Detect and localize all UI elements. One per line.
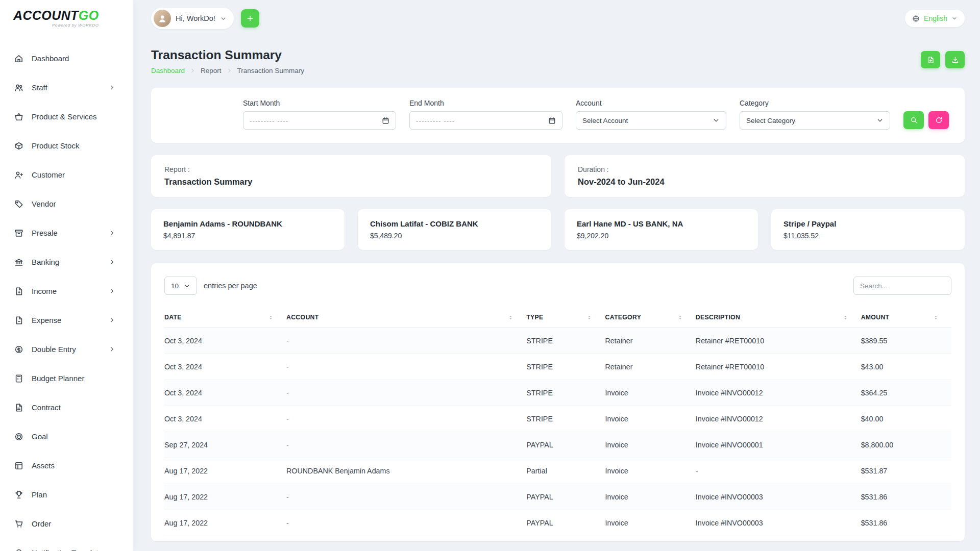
page-head: Transaction Summary Dashboard Report Tra…: [151, 48, 965, 74]
sidebar-item-contract[interactable]: Contract: [0, 393, 133, 422]
table-search-input[interactable]: [853, 277, 951, 295]
sidebar-item-product-stock[interactable]: Product Stock: [0, 131, 133, 160]
column-header-category[interactable]: CATEGORY: [605, 307, 695, 328]
table-row: Sep 27, 2024-PAYPALInvoiceInvoice #INVO0…: [164, 432, 951, 458]
box-icon: [14, 141, 23, 151]
plus-icon: [246, 14, 254, 22]
sidebar-item-expense[interactable]: Expense: [0, 306, 133, 335]
table-cell: $43.00: [861, 354, 951, 380]
add-button[interactable]: [241, 9, 259, 28]
download-icon: [951, 56, 959, 64]
table-cell: -: [286, 406, 526, 432]
sidebar-item-label: Income: [32, 287, 57, 295]
chevron-right-icon: [109, 84, 115, 91]
calculator-icon: [14, 374, 23, 383]
breadcrumb-dashboard[interactable]: Dashboard: [151, 67, 185, 74]
table-cell: Retainer #RET00010: [696, 354, 861, 380]
reset-filter-button[interactable]: [928, 111, 949, 129]
account-summary-row: Benjamin Adams - ROUNDBANK$4,891.87Chiso…: [151, 209, 965, 250]
export-file-button[interactable]: [921, 51, 940, 68]
download-button[interactable]: [945, 51, 965, 68]
table-cell: $531.86: [861, 510, 951, 536]
calendar-icon: [382, 117, 389, 124]
table-cell: Aug 17, 2022: [164, 458, 286, 484]
grid-icon: [14, 461, 23, 470]
column-header-description[interactable]: DESCRIPTION: [696, 307, 861, 328]
sidebar-item-presale[interactable]: Presale: [0, 218, 133, 247]
chevron-right-icon: [109, 346, 115, 353]
sidebar-item-banking[interactable]: Banking: [0, 247, 133, 277]
sidebar-item-vendor[interactable]: Vendor: [0, 189, 133, 218]
table-cell: Oct 3, 2024: [164, 328, 286, 354]
file-plus-icon: [14, 287, 23, 296]
end-month-field: End Month --------- ----: [409, 99, 562, 130]
language-selector[interactable]: English: [905, 10, 965, 27]
sidebar-item-label: Banking: [32, 258, 59, 266]
table-cell: Partial: [526, 458, 605, 484]
end-month-input[interactable]: --------- ----: [409, 111, 562, 130]
chevron-right-icon: [227, 68, 232, 73]
column-header-amount[interactable]: AMOUNT: [861, 307, 951, 328]
chevron-right-icon: [109, 288, 115, 294]
breadcrumb: Dashboard Report Transaction Summary: [151, 67, 304, 74]
entries-per-page-select[interactable]: 10: [164, 277, 197, 295]
sidebar-item-staff[interactable]: Staff: [0, 73, 133, 102]
sidebar-item-notification-template[interactable]: Notification Template: [0, 538, 133, 551]
start-month-input[interactable]: --------- ----: [243, 111, 396, 130]
page-content: Transaction Summary Dashboard Report Tra…: [133, 37, 980, 551]
report-info-row: Report : Transaction Summary Duration : …: [151, 155, 965, 197]
table-cell: $40.00: [861, 406, 951, 432]
sidebar-item-assets[interactable]: Assets: [0, 451, 133, 480]
column-header-type[interactable]: TYPE: [526, 307, 605, 328]
file-export-icon: [927, 56, 935, 64]
transactions-table-card: 10 entries per page DATEACCOUNTTYPECATEG…: [151, 263, 965, 541]
sidebar-item-label: Dashboard: [32, 54, 69, 63]
sidebar-item-order[interactable]: Order: [0, 509, 133, 538]
table-cell: STRIPE: [526, 406, 605, 432]
start-month-field: Start Month --------- ----: [243, 99, 396, 130]
account-summary-card: Chisom Latifat - COBIZ BANK$5,489.20: [358, 209, 551, 250]
sidebar-item-label: Staff: [32, 83, 47, 92]
sidebar-item-customer[interactable]: Customer: [0, 160, 133, 189]
report-label: Report :: [164, 165, 538, 173]
sidebar-item-plan[interactable]: Plan: [0, 480, 133, 509]
end-month-label: End Month: [409, 99, 562, 107]
logo[interactable]: ACCOUNTGO Powered by WORKDO: [0, 0, 133, 37]
table-cell: Oct 3, 2024: [164, 380, 286, 406]
user-menu[interactable]: Hi, WorkDo!: [151, 8, 234, 29]
column-header-account[interactable]: ACCOUNT: [286, 307, 526, 328]
account-select[interactable]: Select Account: [576, 111, 726, 130]
search-icon: [910, 116, 918, 124]
table-cell: Invoice: [605, 406, 695, 432]
topbar: Hi, WorkDo! English: [133, 0, 980, 37]
account-name: Earl Hane MD - US BANK, NA: [577, 219, 746, 228]
table-cell: Invoice #INVO00012: [696, 380, 861, 406]
table-cell: PAYPAL: [526, 510, 605, 536]
sort-icon: [267, 314, 274, 321]
account-summary-card: Benjamin Adams - ROUNDBANK$4,891.87: [151, 209, 345, 250]
table-cell: Retainer #RET00010: [696, 328, 861, 354]
category-select[interactable]: Select Category: [740, 111, 890, 130]
sidebar-item-label: Product & Services: [32, 112, 97, 121]
table-cell: Invoice: [605, 458, 695, 484]
sidebar-item-goal[interactable]: Goal: [0, 422, 133, 451]
account-amount: $5,489.20: [370, 232, 539, 240]
table-cell: Oct 3, 2024: [164, 354, 286, 380]
report-name-card: Report : Transaction Summary: [151, 155, 551, 197]
chevron-down-icon: [713, 117, 720, 124]
sidebar-item-double-entry[interactable]: Double Entry: [0, 335, 133, 364]
chevron-down-icon: [184, 283, 190, 289]
sidebar-item-dashboard[interactable]: Dashboard: [0, 44, 133, 73]
sidebar-item-product-services[interactable]: Product & Services: [0, 102, 133, 131]
chevron-right-icon: [109, 230, 115, 236]
globe-icon: [912, 15, 920, 22]
table-cell: $364.25: [861, 380, 951, 406]
search-icon: [910, 116, 918, 124]
apply-filter-button[interactable]: [903, 111, 924, 129]
person-icon: [157, 13, 167, 23]
plus-icon: [246, 14, 254, 22]
sidebar-item-income[interactable]: Income: [0, 277, 133, 306]
start-month-label: Start Month: [243, 99, 396, 107]
column-header-date[interactable]: DATE: [164, 307, 286, 328]
sidebar-item-budget-planner[interactable]: Budget Planner: [0, 364, 133, 393]
